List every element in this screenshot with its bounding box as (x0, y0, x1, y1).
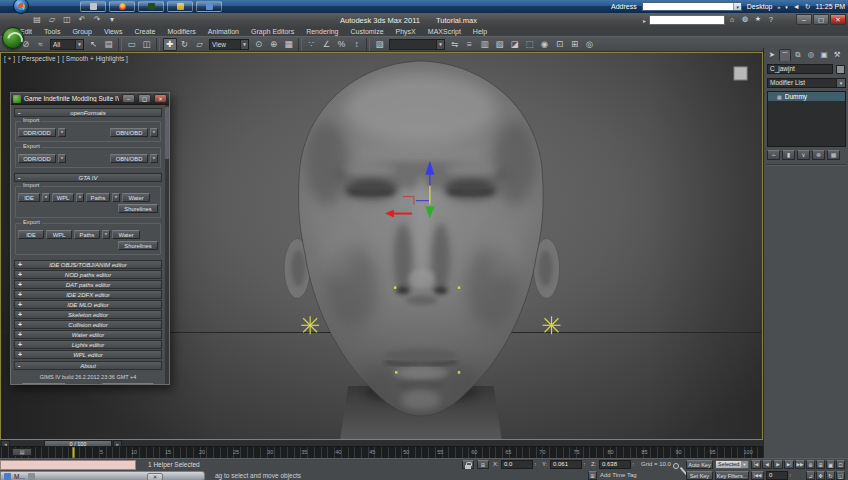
open-file-icon[interactable]: ▱ (45, 14, 59, 26)
minimized-close-button[interactable]: ✕ (147, 473, 163, 480)
reference-coordinate-combo[interactable]: View▾ (209, 39, 249, 50)
version-info-button[interactable]: Version info (102, 383, 154, 384)
undo-icon[interactable]: ↶ (75, 14, 89, 26)
collapsed-rollout[interactable]: + IDE 2DFX editor (14, 290, 162, 299)
collapse-icon[interactable]: - (18, 174, 20, 181)
tab-utilities[interactable]: ⚒ (831, 49, 843, 61)
gims-maximize-button[interactable]: ▢ (138, 94, 151, 103)
selection-filter-combo[interactable]: All▾ (50, 39, 84, 50)
material-editor[interactable]: ◉ (538, 38, 552, 51)
expand-icon[interactable]: + (18, 331, 22, 338)
tab-create[interactable]: ➤ (766, 49, 778, 61)
search-expand-icon[interactable]: ▸ (643, 17, 646, 24)
mini-curve-editor-button[interactable]: ▤ (12, 448, 32, 456)
application-menu-button[interactable] (2, 27, 24, 49)
remove-modifier[interactable]: ⊗ (812, 150, 825, 160)
desktop-dropdown-icon[interactable]: ▾ (785, 4, 788, 10)
taskbar-app-media[interactable] (196, 1, 222, 12)
selection-lock-toggle[interactable] (462, 460, 474, 469)
speaker-icon[interactable]: ◄ (793, 3, 800, 10)
dropdown-arrow-icon[interactable]: ▾ (836, 79, 845, 87)
gims-minimize-button[interactable]: ‒ (122, 94, 135, 103)
viewport-view-label[interactable]: [ Perspective ] (18, 55, 59, 62)
search-input[interactable] (650, 24, 724, 26)
communication-center-icon[interactable]: ◍ (740, 15, 750, 23)
align[interactable]: ≡ (463, 38, 477, 51)
redo-icon[interactable]: ↷ (90, 14, 104, 26)
frame-spinner[interactable]: ↕ (789, 472, 792, 478)
z-spinner[interactable]: ↕ (632, 461, 635, 467)
rectangular-selection-region[interactable]: ▭ (125, 38, 139, 51)
collapsed-rollout[interactable]: + Skeleton editor (14, 310, 162, 319)
qat-dropdown-icon[interactable]: ▾ (105, 14, 119, 26)
minimized-window[interactable]: M... ✕ (0, 471, 205, 480)
layer-manager[interactable]: ▥ (478, 38, 492, 51)
select-and-manipulate[interactable]: ⊕ (267, 38, 281, 51)
tab-modify[interactable]: ⌒ (779, 49, 791, 61)
gta-import-water-button[interactable]: Water (122, 193, 150, 202)
add-time-tag[interactable]: Add Time Tag (600, 472, 637, 478)
collapsed-rollout[interactable]: + Lights editor (14, 340, 162, 349)
tab-motion[interactable]: ◎ (805, 49, 817, 61)
field-of-view[interactable]: ⊿ (806, 471, 815, 480)
zoom-extents-all[interactable]: ⊡ (836, 460, 845, 469)
menu-item[interactable]: Customize (344, 28, 389, 35)
expand-icon[interactable]: + (18, 271, 22, 278)
edit-named-selection-sets[interactable]: ▨ (373, 38, 387, 51)
gta-export-wpl-button[interactable]: WPL (46, 230, 72, 239)
select-and-rotate[interactable]: ↻ (178, 38, 192, 51)
auto-key-button[interactable]: Auto Key (686, 460, 713, 469)
set-key-button[interactable]: Set Key (686, 471, 713, 480)
export-odr-button[interactable]: ODR/ODD (18, 154, 56, 163)
maxscript-mini-listener[interactable] (0, 460, 136, 470)
render-setup[interactable]: ⊡ (553, 38, 567, 51)
collapsed-rollout[interactable]: + IDE MLO editor (14, 300, 162, 309)
gta-export-ide-button[interactable]: IDE (18, 230, 44, 239)
absolute-mode-toggle[interactable]: ⊞ (477, 460, 489, 469)
x-spinner[interactable]: ↕ (534, 461, 537, 467)
taskbar-app-explorer[interactable] (167, 1, 193, 12)
pan-view[interactable]: ✥ (816, 471, 825, 480)
angle-snap-toggle[interactable]: ∠ (320, 38, 334, 51)
point-helper-left[interactable] (301, 316, 319, 334)
expand-icon[interactable]: + (18, 351, 22, 358)
keyboard-shortcut-override[interactable]: ▦ (282, 38, 296, 51)
menu-item[interactable]: Animation (202, 28, 245, 35)
gta-import-paths-button[interactable]: Paths (86, 193, 110, 202)
taskbar-clock[interactable]: 11:25 PM (816, 3, 845, 10)
y-coordinate-field[interactable]: 0.061 (550, 460, 582, 469)
next-frame[interactable]: ▶| (784, 460, 794, 469)
collapse-icon[interactable]: - (18, 362, 20, 369)
select-and-scale[interactable]: ▱ (193, 38, 207, 51)
rollout-about[interactable]: - About (14, 361, 162, 370)
taskbar-app-window[interactable] (80, 1, 106, 12)
time-slider-track[interactable]: ◂ 0 / 100 ▸ (0, 440, 763, 447)
point-helper-right[interactable] (543, 316, 561, 334)
export-obn-options-button[interactable]: * (150, 154, 158, 163)
gims-close-button[interactable]: ✕ (154, 94, 167, 103)
gta-export-shorelines-button[interactable]: Shorelines (118, 241, 158, 250)
collapsed-rollout[interactable]: + WPL editor (14, 350, 162, 359)
favorites-icon[interactable]: ★ (753, 15, 763, 23)
taskbar-app-recorder[interactable] (138, 1, 164, 12)
schematic-view[interactable]: ⬚ (523, 38, 537, 51)
modifier-list-combo[interactable]: Modifier List ▾ (767, 78, 846, 88)
save-file-icon[interactable]: ◫ (60, 14, 74, 26)
object-color-swatch[interactable] (836, 65, 845, 74)
menu-item[interactable]: Create (128, 28, 161, 35)
import-obn-button[interactable]: OBN/OBD (110, 128, 148, 137)
export-obn-button[interactable]: OBN/OBD (110, 154, 148, 163)
collapsed-rollout[interactable]: + NOD paths editor (14, 270, 162, 279)
x-coordinate-field[interactable]: 0.0 (501, 460, 533, 469)
maximize-button[interactable]: ▢ (813, 14, 829, 25)
select-and-move[interactable]: ✚ (163, 38, 177, 51)
subscription-center-icon[interactable]: ⌂ (727, 16, 737, 23)
modifier-stack[interactable]: ▦ Dummy (767, 91, 846, 147)
y-spinner[interactable]: ↕ (583, 461, 586, 467)
collapsed-rollout[interactable]: + Water editor (14, 330, 162, 339)
import-obn-options-button[interactable]: * (150, 128, 158, 137)
pin-stack[interactable]: ∸ (767, 150, 780, 160)
gta-import-shorelines-button[interactable]: Shorelines (118, 204, 158, 213)
time-tag-icon[interactable]: ⊞ (588, 471, 597, 480)
orbit-view[interactable]: ↻ (826, 471, 835, 480)
